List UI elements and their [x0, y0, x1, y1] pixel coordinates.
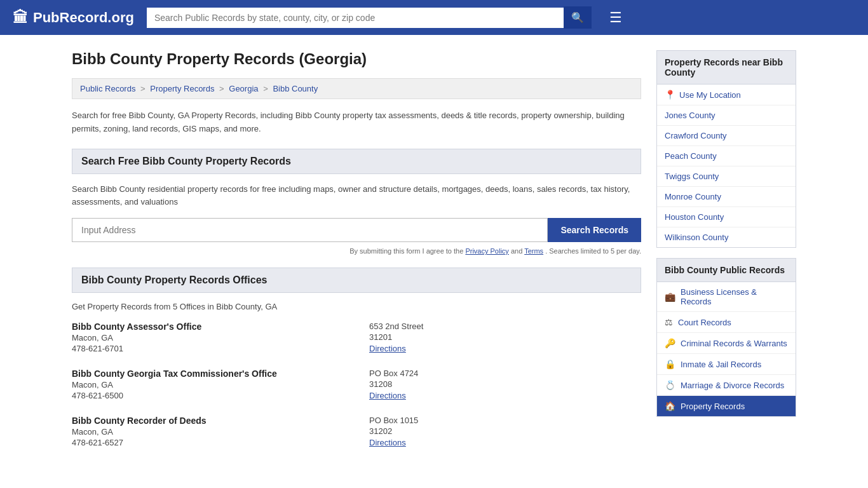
office-street-2: PO Box 1015	[369, 416, 641, 425]
breadcrumb: Public Records > Property Records > Geor…	[72, 78, 641, 99]
sidebar-property-records[interactable]: 🏠 Property Records	[657, 396, 796, 416]
office-name-0: Bibb County Assessor's Office	[72, 322, 344, 332]
logo-icon: 🏛	[13, 9, 28, 27]
sidebar-court-records[interactable]: ⚖ Court Records	[657, 312, 796, 333]
property-records-link[interactable]: Property Records	[681, 402, 745, 411]
and-text: and	[511, 247, 524, 255]
sidebar-item-twiggs-county[interactable]: Twiggs County	[657, 166, 796, 187]
office-zip-0: 31201	[369, 332, 641, 342]
search-section-desc: Search Bibb County residential property …	[72, 183, 641, 210]
marriage-icon: 💍	[665, 380, 675, 390]
sidebar-item-jones-county[interactable]: Jones County	[657, 105, 796, 126]
property-icon: 🏠	[665, 401, 675, 411]
sidebar: Property Records near Bibb County 📍 Use …	[656, 50, 796, 463]
criminal-icon: 🔑	[665, 338, 675, 348]
office-city-2: Macon, GA	[72, 427, 344, 437]
search-records-button[interactable]: Search Records	[548, 218, 641, 242]
sidebar-inmate-records[interactable]: 🔒 Inmate & Jail Records	[657, 354, 796, 375]
sidebar-item-crawford-county[interactable]: Crawford County	[657, 126, 796, 146]
privacy-policy-link[interactable]: Privacy Policy	[465, 247, 508, 255]
main-content: Bibb County Property Records (Georgia) P…	[72, 50, 641, 463]
court-records-link[interactable]: Court Records	[678, 318, 731, 327]
form-disclaimer: By submitting this form I agree to the P…	[72, 247, 641, 255]
breadcrumb-property-records[interactable]: Property Records	[150, 84, 214, 93]
sidebar-marriage-records[interactable]: 💍 Marriage & Divorce Records	[657, 375, 796, 396]
office-phone-2: 478-621-6527	[72, 438, 344, 447]
sidebar-item-peach-county[interactable]: Peach County	[657, 146, 796, 166]
terms-link[interactable]: Terms	[524, 247, 543, 255]
marriage-records-link[interactable]: Marriage & Divorce Records	[681, 381, 784, 390]
inmate-records-link[interactable]: Inmate & Jail Records	[681, 360, 761, 369]
header-search-form: 🔍	[147, 6, 592, 29]
office-zip-1: 31208	[369, 379, 641, 389]
office-city-0: Macon, GA	[72, 333, 344, 342]
office-entry-1: Bibb County Georgia Tax Commissioner's O…	[72, 369, 641, 403]
business-icon: 💼	[665, 292, 675, 302]
site-header: 🏛 PubRecord.org 🔍 ☰	[0, 0, 868, 35]
office-street-1: PO Box 4724	[369, 369, 641, 378]
logo-text: PubRecord.org	[33, 10, 134, 26]
breadcrumb-georgia[interactable]: Georgia	[229, 84, 258, 93]
disclaimer-text: By submitting this form I agree to the	[349, 247, 463, 255]
sidebar-item-wilkinson-county[interactable]: Wilkinson County	[657, 227, 796, 247]
office-directions-2[interactable]: Directions	[369, 438, 406, 447]
inmate-icon: 🔒	[665, 359, 675, 369]
breadcrumb-sep-3: >	[263, 84, 270, 93]
breadcrumb-bibb-county[interactable]: Bibb County	[273, 84, 318, 93]
search-section-header: Search Free Bibb County Property Records	[72, 149, 641, 174]
limit-text: . Searches limited to 5 per day.	[545, 247, 641, 255]
page-title: Bibb County Property Records (Georgia)	[72, 50, 641, 68]
sidebar-records-list: 💼 Business Licenses & Records ⚖ Court Re…	[656, 282, 796, 417]
intro-text: Search for free Bibb County, GA Property…	[72, 109, 641, 136]
header-search-input[interactable]	[147, 8, 564, 28]
office-name-2: Bibb County Recorder of Deeds	[72, 416, 344, 426]
business-licenses-link[interactable]: Business Licenses & Records	[681, 287, 788, 306]
office-city-1: Macon, GA	[72, 380, 344, 390]
court-icon: ⚖	[665, 317, 673, 327]
breadcrumb-sep-1: >	[140, 84, 147, 93]
header-menu-button[interactable]: ☰	[609, 10, 622, 26]
sidebar-item-houston-county[interactable]: Houston County	[657, 207, 796, 227]
sidebar-nearby-list: 📍 Use My Location Jones County Crawford …	[656, 85, 796, 248]
office-entry-2: Bibb County Recorder of Deeds Macon, GA …	[72, 416, 641, 450]
sidebar-public-records-header: Bibb County Public Records	[656, 258, 796, 282]
breadcrumb-sep-2: >	[219, 84, 226, 93]
office-name-1: Bibb County Georgia Tax Commissioner's O…	[72, 369, 344, 379]
office-street-0: 653 2nd Street	[369, 322, 641, 331]
office-zip-2: 31202	[369, 426, 641, 436]
address-input[interactable]	[72, 218, 548, 242]
sidebar-item-monroe-county[interactable]: Monroe County	[657, 187, 796, 207]
breadcrumb-public-records[interactable]: Public Records	[80, 84, 135, 93]
menu-icon: ☰	[609, 10, 622, 25]
office-phone-0: 478-621-6701	[72, 344, 344, 353]
office-directions-0[interactable]: Directions	[369, 344, 406, 353]
header-search-button[interactable]: 🔍	[564, 6, 592, 29]
use-location-label: Use My Location	[679, 90, 741, 100]
office-entry-0: Bibb County Assessor's Office Macon, GA …	[72, 322, 641, 356]
site-logo[interactable]: 🏛 PubRecord.org	[13, 9, 134, 27]
location-icon: 📍	[665, 90, 675, 100]
address-search-form: Search Records	[72, 218, 641, 242]
sidebar-use-location[interactable]: 📍 Use My Location	[657, 85, 796, 105]
sidebar-business-licenses[interactable]: 💼 Business Licenses & Records	[657, 282, 796, 312]
sidebar-criminal-records[interactable]: 🔑 Criminal Records & Warrants	[657, 333, 796, 354]
search-icon: 🔍	[571, 12, 584, 23]
criminal-records-link[interactable]: Criminal Records & Warrants	[681, 339, 787, 348]
office-directions-1[interactable]: Directions	[369, 391, 406, 400]
office-phone-1: 478-621-6500	[72, 391, 344, 400]
offices-section-header: Bibb County Property Records Offices	[72, 268, 641, 293]
sidebar-nearby-header: Property Records near Bibb County	[656, 50, 796, 85]
offices-desc: Get Property Records from 5 Offices in B…	[72, 302, 641, 311]
